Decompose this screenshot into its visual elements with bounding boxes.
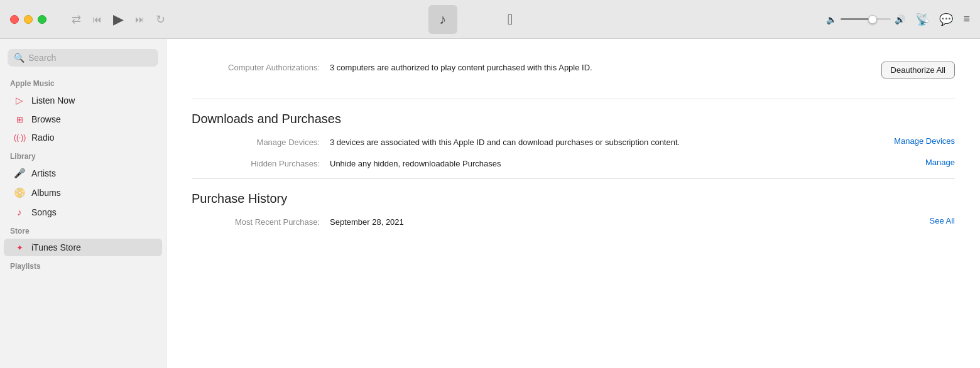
volume-control[interactable]: 🔈 🔊 — [826, 14, 905, 24]
volume-high-icon: 🔊 — [895, 14, 905, 24]
hidden-purchases-value: Unhide any hidden, redownloadable Purcha… — [330, 158, 900, 170]
playback-controls: ⇄ ⏮ ▶ ⏭ ↻ — [72, 13, 165, 26]
play-circle-icon: ▷ — [14, 95, 25, 106]
grid-icon: ⊞ — [14, 115, 25, 124]
hidden-purchases-row: Hidden Purchases: Unhide any hidden, red… — [192, 158, 955, 170]
traffic-lights — [10, 15, 46, 24]
purchase-history-title: Purchase History — [192, 192, 955, 206]
mic-icon: 🎤 — [14, 168, 25, 179]
close-button[interactable] — [10, 15, 19, 24]
sidebar-item-albums[interactable]: 📀 Albums — [4, 183, 162, 202]
album-icon: 📀 — [14, 187, 25, 198]
deauthorize-all-action: Deauthorize All — [856, 62, 955, 78]
sidebar-item-label: Listen Now — [31, 95, 75, 106]
manage-hidden-purchases-link[interactable]: Manage — [900, 158, 955, 167]
sidebar: 🔍 Search Apple Music ▷ Listen Now ⊞ Brow… — [0, 39, 166, 368]
sidebar-item-label: Songs — [31, 207, 57, 217]
volume-low-icon: 🔈 — [826, 14, 837, 24]
note-icon: ♪ — [14, 207, 25, 217]
see-all-link[interactable]: See All — [905, 216, 955, 225]
rewind-button[interactable]: ⏮ — [92, 14, 102, 24]
deauthorize-all-button[interactable]: Deauthorize All — [881, 62, 955, 78]
downloads-section-title: Downloads and Purchases — [192, 112, 955, 126]
most-recent-label: Most Recent Purchase: — [192, 216, 330, 227]
sidebar-item-artists[interactable]: 🎤 Artists — [4, 164, 162, 183]
sidebar-item-label: Albums — [31, 188, 61, 198]
apple-logo-icon:  — [508, 11, 513, 28]
sidebar-item-radio[interactable]: ((·)) Radio — [4, 129, 162, 146]
search-icon: 🔍 — [14, 53, 24, 63]
toolbar: ⇄ ⏮ ▶ ⏭ ↻ ♪  🔈 🔊 📡 💬 ≡ — [0, 0, 980, 39]
sidebar-item-songs[interactable]: ♪ Songs — [4, 203, 162, 221]
toolbar-center: ♪  — [165, 5, 826, 34]
search-input[interactable]: 🔍 Search — [8, 49, 158, 67]
sidebar-section-store: Store — [0, 222, 166, 238]
sidebar-section-apple-music: Apple Music — [0, 74, 166, 90]
sidebar-item-label: Browse — [31, 114, 61, 124]
sidebar-item-browse[interactable]: ⊞ Browse — [4, 111, 162, 128]
lyrics-icon[interactable]: 💬 — [939, 13, 953, 26]
radio-icon: ((·)) — [14, 133, 25, 142]
search-placeholder: Search — [28, 53, 56, 63]
computer-auth-label: Computer Authorizations: — [192, 62, 330, 72]
divider-2 — [192, 178, 955, 179]
star-icon: ✦ — [14, 243, 25, 252]
airplay-icon[interactable]: 📡 — [915, 13, 929, 26]
sidebar-section-playlists: Playlists — [0, 257, 166, 273]
sidebar-item-label: Radio — [31, 133, 55, 143]
sidebar-item-itunes-store[interactable]: ✦ iTunes Store — [4, 239, 162, 256]
shuffle-button[interactable]: ⇄ — [72, 14, 81, 25]
maximize-button[interactable] — [38, 15, 46, 24]
manage-devices-value: 3 devices are associated with this Apple… — [330, 136, 869, 149]
volume-thumb[interactable] — [868, 15, 877, 24]
sidebar-section-library: Library — [0, 147, 166, 163]
fast-forward-button[interactable]: ⏭ — [135, 14, 144, 24]
volume-slider[interactable] — [841, 18, 891, 20]
manage-devices-link[interactable]: Manage Devices — [869, 136, 955, 146]
minimize-button[interactable] — [24, 15, 33, 24]
computer-auth-value: 3 computers are authorized to play conte… — [330, 62, 856, 74]
hidden-purchases-label: Hidden Purchases: — [192, 158, 330, 168]
divider-1 — [192, 99, 955, 99]
repeat-button[interactable]: ↻ — [156, 14, 165, 25]
manage-devices-row: Manage Devices: 3 devices are associated… — [192, 136, 955, 149]
manage-devices-label: Manage Devices: — [192, 136, 330, 147]
menu-icon[interactable]: ≡ — [963, 13, 970, 26]
most-recent-value: September 28, 2021 — [330, 216, 905, 229]
computer-authorizations-section: Computer Authorizations: 3 computers are… — [192, 51, 955, 94]
now-playing-button[interactable]: ♪ — [428, 5, 457, 34]
toolbar-right: 🔈 🔊 📡 💬 ≡ — [826, 13, 970, 26]
sidebar-item-listen-now[interactable]: ▷ Listen Now — [4, 91, 162, 110]
sidebar-item-label: iTunes Store — [31, 242, 81, 252]
play-button[interactable]: ▶ — [113, 13, 124, 26]
main-layout: 🔍 Search Apple Music ▷ Listen Now ⊞ Brow… — [0, 39, 980, 368]
most-recent-purchase-row: Most Recent Purchase: September 28, 2021… — [192, 216, 955, 229]
content-area: Computer Authorizations: 3 computers are… — [166, 39, 980, 368]
sidebar-item-label: Artists — [31, 168, 56, 178]
